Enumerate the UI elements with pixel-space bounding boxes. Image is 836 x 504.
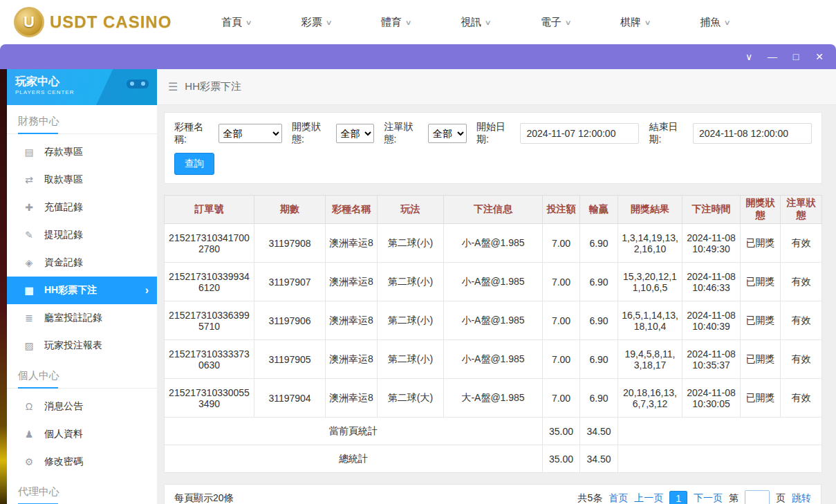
chevron-down-icon: ∨	[325, 19, 332, 26]
cell-draw-status: 已開獎	[741, 379, 781, 418]
chevron-right-icon: ›	[145, 284, 149, 297]
total-summary-row: 總統計 35.00 34.50	[165, 445, 822, 473]
col-header-period: 期數	[254, 196, 326, 224]
sidebar-item-label: 取款專區	[44, 174, 83, 186]
window-collapse-icon[interactable]: ∨	[743, 52, 754, 62]
window-body: 玩家中心 PLAYERS CENTER 財務中心 ▤ 存款專區 ⇄ 取款專區	[0, 69, 836, 504]
cell-period: 31197907	[254, 263, 326, 301]
main-content: ☰ HH彩票下注 彩種名稱: 全部 開獎狀態: 全部 注單狀態	[157, 69, 836, 504]
sidebar-item-profile[interactable]: ♟ 個人資料	[7, 420, 157, 448]
lottery-select[interactable]: 全部	[219, 124, 282, 143]
prev-page-link[interactable]: 上一页	[634, 492, 663, 504]
nav-item-slots[interactable]: 電子 ∨	[541, 16, 570, 29]
summary-win-loss: 34.50	[580, 418, 618, 445]
cell-result: 15,3,20,12,11,10,6,5	[618, 263, 682, 301]
window-minimize-icon[interactable]: —	[767, 52, 778, 62]
cell-order-id: 2152173103300553490	[165, 379, 254, 418]
gear-icon: ⚙	[24, 456, 35, 467]
sidebar-item-label: 提現記錄	[44, 229, 83, 241]
chevron-down-icon: ∨	[485, 19, 492, 26]
sidebar-item-label: 消息公告	[44, 400, 83, 413]
cell-bet-time: 2024-11-08 10:46:33	[682, 263, 741, 301]
top-navigation: U USDT CASINO 首頁 ∨ 彩票 ∨ 體育 ∨ 視訊 ∨ 電子 ∨	[0, 0, 836, 44]
nav-item-label: 體育	[381, 16, 402, 29]
sidebar-item-recharge-record[interactable]: ✚ 充值記錄	[7, 194, 157, 221]
logo-text: USDT CASINO	[50, 12, 171, 32]
gamepad-icon	[125, 76, 150, 91]
sidebar-item-change-password[interactable]: ⚙ 修改密碼	[7, 448, 157, 476]
pagination: 共5条 首页 上一页 1 下一页 第 页 跳转	[577, 490, 811, 504]
sidebar-item-label: 廳室投註記錄	[44, 312, 102, 324]
summary-empty-cell	[618, 418, 822, 445]
end-date-input[interactable]	[693, 123, 812, 144]
current-page-indicator[interactable]: 1	[669, 491, 687, 504]
cell-draw-status: 已開獎	[741, 224, 781, 263]
page-jump-input[interactable]	[745, 490, 770, 504]
nav-item-home[interactable]: 首頁 ∨	[221, 16, 251, 29]
nav-item-fishing[interactable]: 捕魚 ∨	[700, 16, 730, 29]
content-area: 彩種名稱: 全部 開獎狀態: 全部 注單狀態: 全部 開始日期:	[157, 105, 836, 504]
sidebar-item-player-bet-report[interactable]: ▨ 玩家投注報表	[7, 332, 157, 360]
sidebar-item-label: 充值記錄	[44, 201, 83, 214]
lottery-filter-label: 彩種名稱:	[174, 121, 214, 146]
sidebar-item-funds-record[interactable]: ◈ 資金記錄	[7, 249, 157, 277]
cell-bet-info: 小-A盤@1.985	[444, 301, 543, 340]
sidebar-item-label: HH彩票下注	[44, 284, 97, 297]
order-status-select[interactable]: 全部	[428, 124, 467, 143]
nav-item-cards[interactable]: 棋牌 ∨	[620, 16, 650, 29]
sidebar-item-deposit[interactable]: ▤ 存款專區	[7, 138, 157, 166]
next-page-link[interactable]: 下一页	[694, 492, 723, 504]
nav-item-video[interactable]: 視訊 ∨	[461, 16, 490, 29]
first-page-link[interactable]: 首页	[609, 492, 628, 504]
breadcrumb: ☰ HH彩票下注	[157, 69, 836, 105]
window-maximize-icon[interactable]: □	[790, 52, 801, 62]
cell-lottery: 澳洲幸运8	[326, 301, 378, 340]
nav-item-lottery[interactable]: 彩票 ∨	[301, 16, 331, 29]
cell-period: 31197906	[254, 301, 326, 340]
cell-bet-info: 大-A盤@1.985	[444, 379, 543, 418]
cell-amount: 7.00	[543, 224, 580, 263]
nav-item-label: 電子	[541, 16, 561, 29]
withdrawal-record-icon: ✎	[24, 230, 35, 241]
sidebar-item-announcements[interactable]: Ω 消息公告	[7, 393, 157, 420]
search-button[interactable]: 查詢	[174, 153, 214, 175]
draw-status-select[interactable]: 全部	[336, 124, 375, 143]
cell-play: 第二球(小)	[378, 340, 444, 379]
cell-order-id: 2152173103399346120	[165, 263, 254, 301]
jump-button[interactable]: 跳转	[792, 492, 811, 504]
cell-play: 第二球(小)	[378, 224, 444, 263]
cell-bet-time: 2024-11-08 10:40:39	[682, 301, 741, 340]
cell-bet-time: 2024-11-08 10:35:37	[682, 340, 741, 379]
cell-amount: 7.00	[543, 301, 580, 340]
chevron-down-icon: ∨	[405, 19, 412, 26]
section-title-finance: 財務中心	[7, 105, 157, 134]
sidebar-item-room-bet-record[interactable]: ≣ 廳室投註記錄	[7, 304, 157, 332]
page-summary-row: 當前頁統計 35.00 34.50	[165, 418, 822, 445]
cell-win-loss: 6.90	[580, 263, 618, 301]
cell-order-status: 有效	[781, 224, 822, 263]
summary-amount: 35.00	[543, 445, 580, 473]
start-date-input[interactable]	[520, 123, 639, 144]
room-bet-record-icon: ≣	[24, 312, 35, 324]
col-header-bet-time: 下注時間	[682, 196, 741, 224]
table-row: 2152173103363995710 31197906 澳洲幸运8 第二球(小…	[165, 301, 822, 340]
sidebar-item-withdrawal-record[interactable]: ✎ 提現記錄	[7, 221, 157, 249]
col-header-amount: 投注額	[543, 196, 580, 224]
col-header-win-loss: 輸贏	[580, 196, 618, 224]
cell-order-id: 2152173103363995710	[165, 301, 254, 340]
sidebar-item-hh-lottery-bets[interactable]: ▦ HH彩票下注 ›	[7, 277, 157, 304]
sidebar-item-withdraw[interactable]: ⇄ 取款專區	[7, 166, 157, 194]
cell-bet-time: 2024-11-08 10:49:30	[682, 224, 741, 263]
cell-order-status: 有效	[781, 379, 822, 418]
nav-item-sports[interactable]: 體育 ∨	[381, 16, 411, 29]
summary-label: 總統計	[165, 445, 543, 473]
players-center-banner: 玩家中心 PLAYERS CENTER	[7, 69, 157, 105]
summary-win-loss: 34.50	[580, 445, 618, 473]
menu-icon[interactable]: ☰	[168, 80, 178, 93]
chevron-down-icon: ∨	[245, 19, 252, 26]
logo[interactable]: U USDT CASINO	[14, 7, 171, 37]
cell-result: 1,3,14,19,13,2,16,10	[618, 224, 682, 263]
sidebar-item-label: 資金記錄	[44, 256, 83, 269]
logo-icon: U	[14, 7, 44, 37]
window-close-icon[interactable]: ✕	[814, 52, 825, 62]
